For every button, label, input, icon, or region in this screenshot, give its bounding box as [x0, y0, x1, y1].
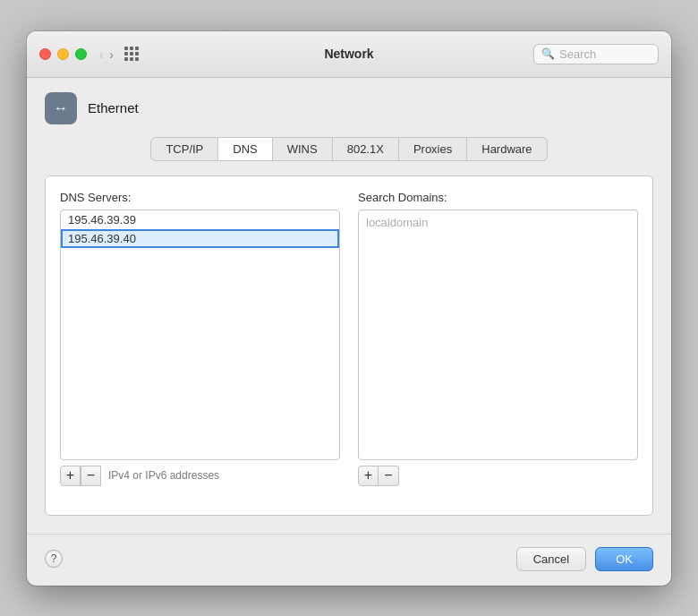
- ethernet-label: Ethernet: [88, 100, 139, 116]
- maximize-button[interactable]: [75, 48, 87, 60]
- search-domains-add-button[interactable]: +: [358, 466, 379, 486]
- help-button[interactable]: ?: [45, 550, 63, 568]
- search-domains-remove-button[interactable]: −: [379, 466, 399, 486]
- content-area: ↔ Ethernet TCP/IP DNS WINS 802.1X Proxie…: [27, 78, 671, 534]
- dns-grid: DNS Servers: 195.46.39.39 195.46.39.40 +…: [60, 191, 638, 486]
- search-domains-section: Search Domains: localdomain + −: [358, 191, 638, 486]
- tab-proxies[interactable]: Proxies: [399, 137, 467, 161]
- nav-arrows: ‹ ›: [99, 47, 114, 62]
- dns-servers-controls: + − IPv4 or IPv6 addresses: [60, 466, 340, 486]
- cancel-button[interactable]: Cancel: [516, 547, 586, 571]
- ethernet-icon-symbol: ↔: [54, 100, 68, 116]
- dns-hint: IPv4 or IPv6 addresses: [108, 466, 219, 486]
- dns-entry-2[interactable]: 195.46.39.40: [61, 229, 339, 248]
- tab-dns[interactable]: DNS: [218, 137, 272, 161]
- minimize-button[interactable]: [57, 48, 69, 60]
- dns-remove-button[interactable]: −: [81, 466, 101, 486]
- dns-panel: DNS Servers: 195.46.39.39 195.46.39.40 +…: [45, 175, 653, 516]
- bottom-bar: ? Cancel OK: [27, 534, 671, 586]
- dns-servers-label: DNS Servers:: [60, 191, 340, 204]
- window-title: Network: [324, 47, 373, 61]
- dns-servers-section: DNS Servers: 195.46.39.39 195.46.39.40 +…: [60, 191, 340, 486]
- tab-8021x[interactable]: 802.1X: [333, 137, 399, 161]
- forward-arrow-icon[interactable]: ›: [109, 47, 114, 62]
- ok-button[interactable]: OK: [595, 547, 653, 571]
- grid-icon[interactable]: [124, 47, 139, 61]
- network-preferences-window: ‹ › Network 🔍 Search ↔ Ethernet TCP/IP D…: [27, 31, 671, 586]
- dns-servers-list[interactable]: 195.46.39.39 195.46.39.40: [60, 210, 340, 460]
- search-box[interactable]: 🔍 Search: [533, 44, 659, 64]
- back-arrow-icon[interactable]: ‹: [99, 47, 104, 62]
- tab-wins[interactable]: WINS: [273, 137, 333, 161]
- close-button[interactable]: [39, 48, 51, 60]
- search-domains-list[interactable]: localdomain: [358, 210, 638, 460]
- tab-hardware[interactable]: Hardware: [467, 137, 547, 161]
- titlebar: ‹ › Network 🔍 Search: [27, 31, 671, 78]
- search-domains-label: Search Domains:: [358, 191, 638, 204]
- ethernet-icon: ↔: [45, 92, 77, 124]
- dns-add-button[interactable]: +: [60, 466, 81, 486]
- search-domains-placeholder: localdomain: [359, 210, 637, 235]
- search-placeholder: Search: [559, 47, 596, 61]
- traffic-lights: [39, 48, 87, 60]
- tab-tcpip[interactable]: TCP/IP: [150, 137, 218, 161]
- tabs-bar: TCP/IP DNS WINS 802.1X Proxies Hardware: [45, 137, 653, 161]
- search-icon: 🔍: [541, 47, 555, 60]
- search-domains-controls: + −: [358, 466, 638, 486]
- action-buttons: Cancel OK: [516, 547, 653, 571]
- dns-entry-1[interactable]: 195.46.39.39: [61, 210, 339, 229]
- ethernet-header: ↔ Ethernet: [45, 92, 653, 124]
